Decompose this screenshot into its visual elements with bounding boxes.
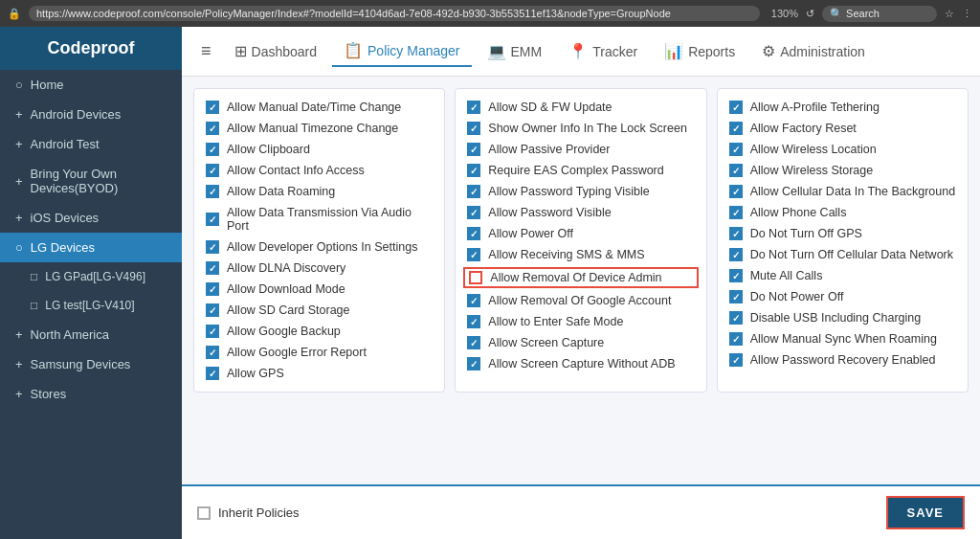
policy-row: Allow Removal Of Device Admin (463, 267, 698, 288)
sidebar-item-label: iOS Devices (31, 211, 100, 225)
policy-row: Show Owner Info In The Lock Screen (467, 118, 694, 139)
nav-label: Dashboard (252, 44, 318, 59)
policy-checkbox[interactable] (206, 101, 219, 114)
policy-checkbox[interactable] (467, 336, 480, 349)
policy-checkbox[interactable] (729, 269, 743, 282)
nav-icon-administration: ⚙ (762, 42, 775, 60)
policy-checkbox[interactable] (467, 122, 480, 135)
policy-checkbox[interactable] (206, 240, 219, 254)
policy-label: Allow Wireless Location (750, 143, 877, 156)
policy-label: Mute All Calls (750, 269, 823, 282)
sidebar-item-lgdevices[interactable]: ○LG Devices (0, 233, 182, 262)
policy-row: Allow to Enter Safe Mode (467, 311, 694, 332)
bookmark-icon[interactable]: ☆ (945, 8, 954, 20)
policy-row: Allow Password Typing Visible (467, 181, 694, 202)
inherit-policies-checkbox[interactable] (197, 506, 211, 520)
nav-item-emm[interactable]: 💻EMM (476, 36, 554, 66)
policy-checkbox[interactable] (467, 227, 480, 240)
policy-row: Allow Download Mode (206, 279, 433, 300)
policy-checkbox[interactable] (729, 143, 743, 156)
nav-item-tracker[interactable]: 📍Tracker (557, 36, 649, 66)
sidebar-item-androidtest[interactable]: +Android Test (0, 129, 182, 159)
policy-checkbox[interactable] (729, 122, 743, 135)
policy-row: Allow Google Backup (206, 321, 433, 342)
policy-checkbox[interactable] (729, 185, 743, 198)
policy-checkbox[interactable] (206, 282, 219, 296)
policy-checkbox[interactable] (206, 213, 219, 226)
policy-checkbox[interactable] (729, 353, 743, 367)
sidebar-item-icon: ○ (15, 78, 23, 92)
nav-icon-reports: 📊 (664, 42, 683, 60)
policy-row: Allow Manual Timezone Change (206, 118, 433, 139)
sidebar-item-label: Android Devices (31, 107, 122, 122)
sidebar-item-bringyourowndevices([interactable]: +Bring Your Own Devices(BYOD) (0, 159, 182, 203)
policy-checkbox[interactable] (729, 206, 743, 219)
policy-label: Allow Receiving SMS & MMS (488, 248, 644, 261)
nav-icon-policymanager: 📋 (344, 41, 363, 59)
url-bar[interactable]: https://www.codeproof.com/console/Policy… (29, 6, 760, 21)
policy-checkbox[interactable] (729, 311, 743, 325)
policy-checkbox[interactable] (206, 143, 219, 156)
policy-row: Allow Data Transmission Via Audio Port (206, 202, 433, 236)
policy-checkbox[interactable] (729, 290, 743, 303)
policy-label: Allow Wireless Storage (750, 164, 874, 177)
policy-checkbox[interactable] (729, 101, 743, 114)
policy-checkbox[interactable] (206, 367, 219, 380)
policy-checkbox[interactable] (467, 248, 480, 261)
sidebar-item-androiddevices[interactable]: +Android Devices (0, 100, 182, 129)
sidebar-item-iosdevices[interactable]: +iOS Devices (0, 203, 182, 233)
sidebar-item-lggpad[lg-v496][interactable]: □LG GPad[LG-V496] (0, 262, 182, 291)
sidebar-item-stores[interactable]: +Stores (0, 379, 182, 409)
sidebar-item-samsungdevices[interactable]: +Samsung Devices (0, 349, 182, 379)
nav-icon-dashboard: ⊞ (234, 42, 247, 60)
policy-checkbox[interactable] (206, 164, 219, 177)
policy-checkbox[interactable] (467, 101, 480, 114)
policy-row: Allow Password Recovery Enabled (729, 349, 956, 371)
policy-label: Require EAS Complex Password (488, 164, 663, 177)
policy-checkbox[interactable] (467, 185, 480, 198)
policy-checkbox[interactable] (206, 325, 219, 338)
nav-item-reports[interactable]: 📊Reports (653, 36, 746, 66)
policy-checkbox[interactable] (467, 357, 480, 371)
policy-checkbox[interactable] (467, 164, 480, 177)
sidebar: Codeproof ○Home+Android Devices+Android … (0, 27, 182, 539)
nav-item-dashboard[interactable]: ⊞Dashboard (223, 36, 329, 66)
policy-label: Allow Factory Reset (750, 122, 857, 135)
policy-columns: Allow Manual Date/Time ChangeAllow Manua… (193, 88, 969, 393)
policy-checkbox[interactable] (467, 143, 480, 156)
policy-checkbox[interactable] (206, 185, 219, 198)
save-button[interactable]: SAVE (886, 496, 965, 529)
policy-checkbox[interactable] (206, 346, 219, 359)
policy-row: Allow Cellular Data In The Background (729, 181, 956, 202)
sidebar-item-lgtest[lg-v410][interactable]: □LG test[LG-V410] (0, 291, 182, 320)
policy-label: Allow Passive Provider (488, 143, 610, 156)
policy-label: Do Not Turn Off Cellular Data Network (750, 248, 953, 261)
policy-checkbox[interactable] (469, 271, 482, 284)
policy-checkbox[interactable] (729, 164, 743, 177)
policy-checkbox[interactable] (729, 227, 743, 240)
browser-search-bar[interactable]: 🔍 Search (822, 6, 937, 22)
sidebar-item-home[interactable]: ○Home (0, 70, 182, 100)
nav-item-administration[interactable]: ⚙Administration (750, 36, 877, 66)
menu-icon[interactable]: ⋮ (962, 8, 972, 20)
refresh-icon[interactable]: ↺ (806, 8, 814, 20)
policy-checkbox[interactable] (729, 248, 743, 261)
policy-col-1: Allow Manual Date/Time ChangeAllow Manua… (193, 88, 445, 393)
policy-checkbox[interactable] (467, 294, 480, 307)
policy-checkbox[interactable] (206, 303, 219, 317)
policy-row: Allow Password Visible (467, 202, 694, 223)
sidebar-item-icon: □ (31, 270, 37, 283)
policy-row: Allow Contact Info Access (206, 160, 433, 181)
policy-checkbox[interactable] (729, 332, 743, 346)
policy-checkbox[interactable] (467, 315, 480, 328)
policy-checkbox[interactable] (206, 261, 219, 275)
policy-checkbox[interactable] (206, 122, 219, 135)
policy-label: Allow Cellular Data In The Background (750, 185, 955, 198)
nav-item-policymanager[interactable]: 📋Policy Manager (332, 35, 472, 67)
policy-checkbox[interactable] (467, 206, 480, 219)
policy-row: Allow Screen Capture (467, 332, 694, 353)
hamburger-button[interactable]: ≡ (193, 37, 219, 65)
policy-label: Allow Phone Calls (750, 206, 847, 219)
sidebar-item-northamerica[interactable]: +North America (0, 320, 182, 349)
sidebar-item-label: LG Devices (31, 240, 95, 255)
